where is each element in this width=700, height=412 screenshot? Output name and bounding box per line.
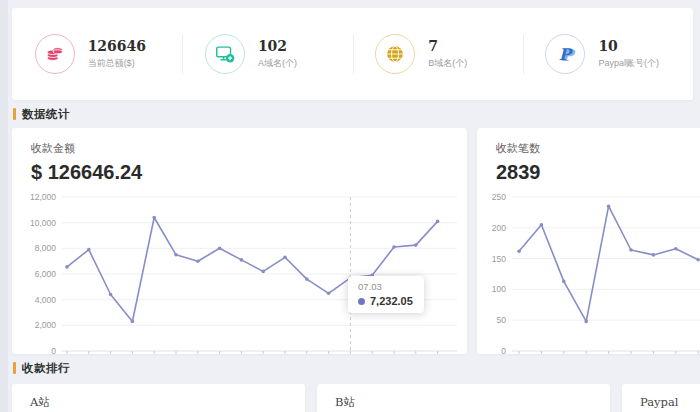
svg-text:100: 100 [492,284,506,294]
tooltip-date: 07.03 [358,281,413,292]
svg-text:4,000: 4,000 [35,295,57,305]
svg-text:10,000: 10,000 [30,218,56,228]
stat-item-current-total: 126646 当前总额($) [12,8,182,100]
payment-amount-chart[interactable]: 12,00010,0008,0006,0004,0002,0000 [17,189,457,361]
coins-icon [35,34,75,74]
rank-card-a: A站 [12,384,305,412]
section-title-ranking: 收款排行 [13,361,693,375]
chart-tooltip: 07.03 7,232.05 [348,276,424,313]
rank-card-b: B站 [317,384,610,412]
svg-text:150: 150 [492,254,506,264]
accent-bar [13,108,16,120]
svg-text:6,000: 6,000 [35,269,57,279]
paypal-icon: P P [545,34,585,74]
collapsed-sidebar [0,0,8,412]
globe-icon [375,34,415,74]
section-title-text: 收款排行 [22,361,70,376]
svg-text:8,000: 8,000 [35,243,57,253]
svg-text:2,000: 2,000 [35,320,57,330]
payment-amount-card: 收款金额 $ 126646.24 12,00010,0008,0006,0004… [12,128,467,354]
section-title-statistics: 数据统计 [13,107,693,121]
tooltip-series-dot [358,298,365,305]
svg-text:0: 0 [501,346,506,356]
stat-value: 10 [598,38,670,54]
card-value: $ 126646.24 [31,160,457,184]
stat-value: 7 [428,38,500,54]
stat-label: B域名(个) [428,57,500,70]
accent-bar [13,362,16,374]
svg-text:200: 200 [492,223,506,233]
stat-label: Paypal账号(个) [598,57,670,70]
card-title: 收款金额 [31,141,457,156]
rank-card-title: B站 [335,395,610,410]
rank-card-paypal: Paypal [622,384,700,412]
rank-card-title: A站 [30,395,305,410]
rank-card-title: Paypal [640,395,700,409]
svg-text:50: 50 [497,315,507,325]
stat-value: 102 [258,38,330,54]
ranking-row: A站 B站 Paypal [12,384,693,412]
payment-count-card: 收款笔数 2839 250200150100500 [477,128,700,354]
stat-item-b-domains: 7 B域名(个) [353,8,523,100]
stat-label: 当前总额($) [88,57,160,70]
domain-add-icon [205,34,245,74]
dashboard-content: 126646 当前总额($) 102 A域名(个) [8,0,700,412]
stat-value: 126646 [88,38,160,54]
svg-text:250: 250 [492,192,506,202]
svg-text:12,000: 12,000 [30,192,56,202]
stat-item-a-domains: 102 A域名(个) [182,8,352,100]
svg-text:0: 0 [51,346,56,356]
tooltip-value: 7,232.05 [370,295,413,307]
stat-item-paypal-accounts: P P 10 Paypal账号(个) [523,8,693,100]
payment-count-chart[interactable]: 250200150100500 [482,189,700,361]
card-title: 收款笔数 [496,141,700,156]
card-value: 2839 [496,160,700,184]
stat-label: A域名(个) [258,57,330,70]
section-title-text: 数据统计 [22,107,70,122]
charts-row: 收款金额 $ 126646.24 12,00010,0008,0006,0004… [12,128,693,354]
stats-card: 126646 当前总额($) 102 A域名(个) [12,8,693,100]
